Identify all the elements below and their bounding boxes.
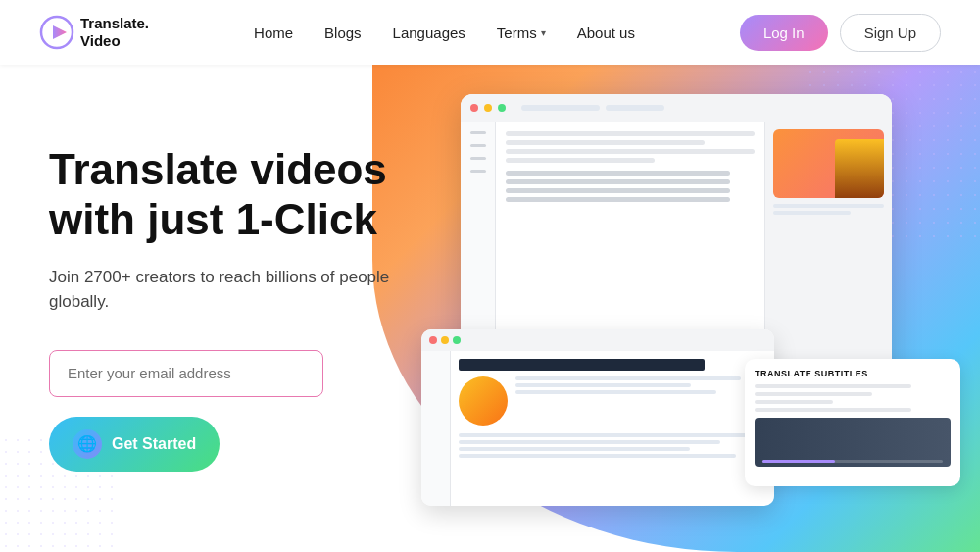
- dot-g2: [453, 336, 461, 344]
- nav-blogs[interactable]: Blogs: [324, 25, 362, 41]
- mock-info-line-1: [773, 204, 884, 208]
- hero-mockup: TRANSLATE SUBTITLES: [421, 94, 960, 526]
- mock-progress-fill: [762, 460, 835, 463]
- mockup-bottom-body: [421, 351, 774, 506]
- mock-japanese-text: [506, 171, 755, 202]
- mock-avatar: [459, 376, 508, 426]
- mock-toolbar: [606, 105, 664, 111]
- logo-name-line1: Translate.: [80, 15, 149, 32]
- mock-video-thumbnail: [773, 129, 884, 198]
- email-input[interactable]: [68, 365, 305, 381]
- dot-r2: [429, 336, 437, 344]
- mock-video-player: [755, 418, 951, 467]
- sidebar-icon-3: [470, 157, 486, 160]
- subtitle-panel-title: TRANSLATE SUBTITLES: [755, 369, 951, 378]
- mock-dubbing-content: [451, 351, 774, 506]
- mock-tab-bar: [521, 105, 600, 111]
- hero-subtitle: Join 2700+ creators to reach billions of…: [49, 265, 412, 315]
- mock-info-line-2: [773, 211, 851, 215]
- dot-yellow: [484, 104, 492, 112]
- nav-links: Home Blogs Languages Terms ▾ About us: [254, 25, 635, 41]
- login-button[interactable]: Log In: [740, 15, 828, 51]
- logo-icon: [39, 15, 74, 50]
- dot-red: [470, 104, 478, 112]
- globe-icon: 🌐: [73, 429, 102, 459]
- chevron-down-icon: ▾: [541, 27, 546, 38]
- mock-text-lines: [515, 376, 766, 426]
- sidebar-icon-4: [470, 170, 486, 173]
- nav-terms[interactable]: Terms ▾: [497, 25, 546, 41]
- sidebar-icon-2: [470, 144, 486, 147]
- svg-marker-1: [53, 25, 67, 39]
- mock-progress-bar: [762, 460, 943, 463]
- nav-actions: Log In Sign Up: [740, 14, 941, 52]
- dot-green: [498, 104, 506, 112]
- mock-english-text: [506, 131, 755, 163]
- nav-about[interactable]: About us: [577, 25, 635, 41]
- email-input-wrapper[interactable]: [49, 350, 323, 397]
- hero-content: Translate videos with just 1-Click Join …: [0, 145, 412, 471]
- mockup-bottom-dubbing: [421, 329, 774, 506]
- hero-title: Translate videos with just 1-Click: [49, 145, 412, 244]
- hero-section: Translate videos with just 1-Click Join …: [0, 65, 980, 552]
- signup-button[interactable]: Sign Up: [840, 14, 941, 52]
- get-started-button[interactable]: 🌐 Get Started: [49, 417, 220, 472]
- mock-left-sidebar: [421, 351, 451, 506]
- logo[interactable]: Translate. Video: [39, 15, 149, 50]
- mock-dubbing-title: [459, 359, 705, 371]
- mockup-subtitles-panel: TRANSLATE SUBTITLES: [745, 359, 960, 486]
- dot-y2: [441, 336, 449, 344]
- sidebar-icon-1: [470, 131, 486, 134]
- mock-person-silhouette: [835, 139, 884, 198]
- navbar: Translate. Video Home Blogs Languages Te…: [0, 0, 980, 65]
- nav-home[interactable]: Home: [254, 25, 293, 41]
- mockup-right-panel: [764, 122, 892, 388]
- mockup-titlebar: [461, 94, 892, 122]
- logo-name-line2: Video: [80, 32, 149, 50]
- nav-languages[interactable]: Languages: [393, 25, 466, 41]
- mockup-bottom-bar: [421, 329, 774, 351]
